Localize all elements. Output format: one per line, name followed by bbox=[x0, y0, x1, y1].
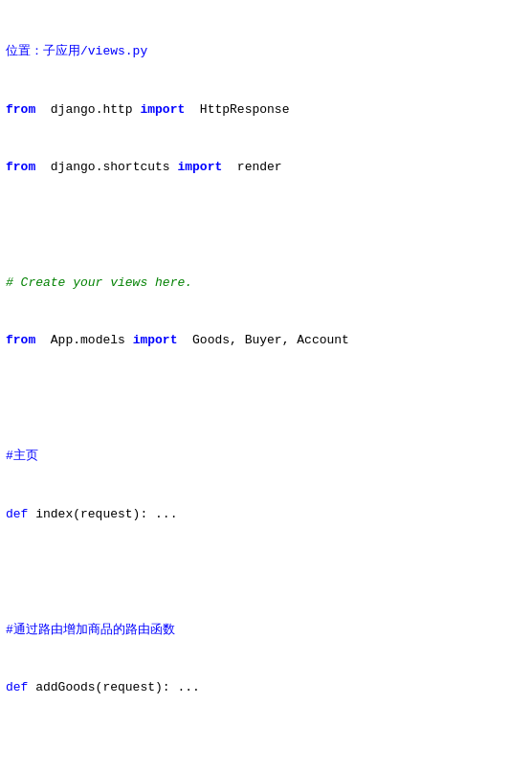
keyword-from-1: from bbox=[6, 102, 35, 117]
comment-homepage: #主页 bbox=[6, 447, 526, 466]
keyword-from-3: from bbox=[6, 333, 35, 347]
import-goods-buyer-account: Goods, Buyer, Account bbox=[177, 333, 348, 347]
module-app-models: App.models bbox=[35, 333, 132, 347]
def-index: def index(request): ... bbox=[6, 505, 526, 524]
fn-addgoods: addGoods(request): ... bbox=[28, 680, 199, 694]
blank-2 bbox=[6, 389, 526, 408]
keyword-from-2: from bbox=[6, 160, 35, 174]
import-render: render bbox=[222, 160, 281, 174]
chinese-comment-add-goods: #通过路由增加商品的路由函数 bbox=[6, 623, 175, 637]
chinese-comment-homepage: #主页 bbox=[6, 449, 38, 463]
filepath-line: 位置：子应用/views.py bbox=[6, 42, 526, 61]
import-httpresponse: HttpResponse bbox=[185, 102, 289, 117]
code-display: 位置：子应用/views.py from django.http import … bbox=[0, 0, 532, 770]
keyword-import-1: import bbox=[140, 102, 185, 117]
def-addGoods: def addGoods(request): ... bbox=[6, 678, 526, 697]
blank-1 bbox=[6, 216, 526, 235]
blank-4 bbox=[6, 736, 526, 755]
create-views-comment: # Create your views here. bbox=[6, 274, 526, 293]
blank-3 bbox=[6, 562, 526, 582]
module-shortcuts: django.shortcuts bbox=[35, 160, 177, 174]
keyword-import-3: import bbox=[133, 333, 178, 347]
module-django-http: django.http bbox=[35, 102, 140, 117]
keyword-import-2: import bbox=[177, 160, 222, 174]
comment-create-views: # Create your views here. bbox=[6, 275, 192, 290]
import-django-http: from django.http import HttpResponse bbox=[6, 100, 526, 120]
filepath-text: 位置：子应用/views.py bbox=[6, 44, 147, 58]
fn-index: index(request): ... bbox=[28, 507, 177, 521]
keyword-def-index: def bbox=[6, 507, 28, 521]
import-django-shortcuts: from django.shortcuts import render bbox=[6, 158, 526, 177]
import-app-models: from App.models import Goods, Buyer, Acc… bbox=[6, 331, 526, 350]
comment-add-goods-route: #通过路由增加商品的路由函数 bbox=[6, 621, 526, 640]
keyword-def-addgoods: def bbox=[6, 680, 28, 694]
